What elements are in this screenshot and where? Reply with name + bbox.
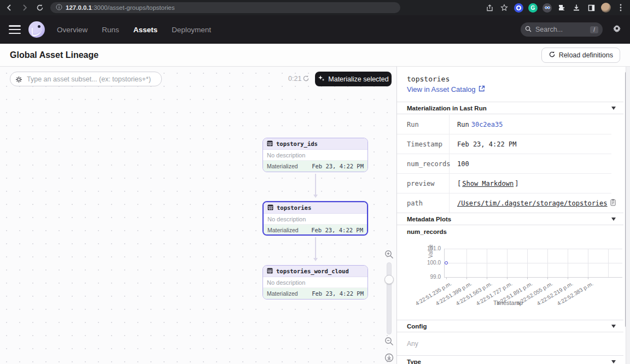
search-icon bbox=[525, 25, 532, 34]
table-icon bbox=[267, 140, 273, 148]
show-markdown-link[interactable]: Show Markdown bbox=[462, 180, 514, 187]
meta-row-preview: preview [Show Markdown] bbox=[397, 174, 611, 193]
search-placeholder: Search... bbox=[535, 26, 586, 33]
share-icon[interactable] bbox=[485, 3, 494, 13]
section-config[interactable]: Config bbox=[397, 320, 623, 332]
reload-icon bbox=[549, 51, 556, 60]
browser-menu-dots-icon[interactable] bbox=[616, 3, 626, 13]
sparkle-icon bbox=[318, 75, 325, 84]
meta-row-timestamp: Timestamp Feb 23, 4:22 PM bbox=[397, 134, 611, 154]
nav-item-overview[interactable]: Overview bbox=[57, 26, 88, 34]
selected-asset-name: topstories bbox=[407, 75, 450, 83]
bookmark-star-icon[interactable] bbox=[499, 3, 509, 13]
table-icon bbox=[267, 268, 273, 275]
zoom-slider-track[interactable] bbox=[387, 262, 392, 334]
y-tick: 101.0 bbox=[408, 245, 441, 251]
hamburger-menu-icon[interactable] bbox=[9, 25, 21, 34]
chevron-down-icon[interactable] bbox=[611, 360, 616, 364]
path-link[interactable]: /Users/tim/.dagster/storage/topstories bbox=[457, 199, 608, 207]
asset-node-topstory-ids[interactable]: topstory_ids No description Materialized… bbox=[262, 138, 368, 172]
asset-node-topstories[interactable]: topstories No description Materialized F… bbox=[262, 201, 368, 236]
node-description: No description bbox=[264, 214, 367, 225]
node-timestamp: Feb 23, 4:22 PM bbox=[311, 227, 363, 233]
node-description: No description bbox=[263, 277, 368, 288]
back-icon[interactable] bbox=[4, 3, 14, 13]
goggles-extension-icon[interactable] bbox=[542, 3, 552, 13]
run-id-link[interactable]: 30c2ea35 bbox=[471, 121, 503, 128]
x-tick-label: 4:22:52.383 p.m. bbox=[556, 280, 594, 307]
node-status: Materialized bbox=[267, 227, 299, 233]
section-type[interactable]: Type bbox=[397, 355, 623, 364]
browser-reload-icon[interactable] bbox=[35, 3, 45, 13]
zoom-in-icon[interactable] bbox=[384, 250, 394, 261]
node-timestamp: Feb 23, 4:22 PM bbox=[312, 163, 364, 169]
profile-avatar[interactable] bbox=[601, 3, 611, 13]
fit-view-icon[interactable] bbox=[384, 353, 394, 364]
nav-item-assets[interactable]: Assets bbox=[133, 26, 158, 34]
asset-graph-canvas[interactable]: 0:21 Materialize selected topstory_ids N… bbox=[0, 67, 397, 364]
nav-item-deployment[interactable]: Deployment bbox=[172, 26, 211, 34]
meta-row-num-records: num_records 100 bbox=[397, 154, 611, 174]
reload-definitions-button[interactable]: Reload definitions bbox=[541, 48, 620, 63]
section-materialization-last-run[interactable]: Materialization in Last Run bbox=[397, 102, 623, 114]
y-axis-title: Value bbox=[428, 244, 434, 258]
clipboard-copy-icon[interactable] bbox=[610, 199, 616, 208]
forward-icon[interactable] bbox=[20, 3, 30, 13]
meta-row-run: Run Run 30c2ea35 bbox=[397, 115, 611, 134]
gear-icon[interactable] bbox=[612, 24, 621, 35]
site-info-icon[interactable] bbox=[56, 3, 62, 13]
node-description: No description bbox=[263, 150, 368, 161]
config-value: Any bbox=[407, 340, 418, 348]
table-icon bbox=[267, 204, 273, 212]
y-tick: 100.0 bbox=[408, 260, 441, 266]
search-input[interactable]: Search... / bbox=[521, 22, 603, 37]
asset-node-topstories-word-cloud[interactable]: topstories_word_cloud No description Mat… bbox=[262, 265, 368, 300]
zoom-out-icon[interactable] bbox=[384, 337, 394, 348]
edge-topstories-to-word-cloud bbox=[315, 237, 316, 260]
asset-selector-icon bbox=[15, 75, 22, 85]
materialize-selected-button[interactable]: Materialize selected bbox=[315, 72, 392, 86]
data-point[interactable] bbox=[445, 261, 448, 265]
panel-edge bbox=[626, 67, 630, 364]
node-status: Materialized bbox=[267, 163, 298, 169]
asset-subset-input[interactable] bbox=[10, 72, 162, 86]
browser-chrome: 127.0.0.1 :3000/asset-groups/topstories … bbox=[0, 0, 630, 15]
external-link-icon bbox=[479, 85, 485, 93]
url-path: :3000/asset-groups/topstories bbox=[92, 4, 175, 11]
zoom-slider-handle[interactable] bbox=[384, 275, 394, 284]
grammarly-extension-icon[interactable]: G bbox=[528, 3, 538, 13]
view-in-asset-catalog-link[interactable]: View in Asset Catalog bbox=[407, 85, 485, 93]
page-header: Global Asset Lineage Reload definitions bbox=[0, 44, 630, 67]
node-status: Materialized bbox=[267, 290, 298, 297]
address-bar[interactable]: 127.0.0.1 :3000/asset-groups/topstories bbox=[50, 2, 400, 13]
side-panel-icon[interactable] bbox=[586, 3, 596, 13]
chevron-down-icon[interactable] bbox=[611, 218, 616, 223]
edge-topstory-ids-to-topstories bbox=[315, 174, 316, 197]
page-title: Global Asset Lineage bbox=[10, 50, 98, 60]
downloads-icon[interactable] bbox=[571, 3, 581, 13]
chevron-down-icon[interactable] bbox=[611, 107, 616, 112]
chevron-down-icon[interactable] bbox=[611, 325, 616, 330]
extensions-puzzle-icon[interactable] bbox=[557, 3, 567, 13]
refresh-icon[interactable] bbox=[302, 74, 310, 84]
section-metadata-plots[interactable]: Metadata Plots bbox=[397, 213, 623, 225]
app-nav: Overview Runs Assets Deployment Search..… bbox=[0, 15, 630, 44]
search-shortcut-badge: / bbox=[590, 26, 598, 33]
y-tick: 99.0 bbox=[408, 274, 441, 280]
meta-row-path: path /Users/tim/.dagster/storage/topstor… bbox=[397, 193, 611, 213]
auto-refresh-timer: 0:21 bbox=[288, 75, 301, 83]
node-timestamp: Feb 23, 4:22 PM bbox=[312, 290, 364, 297]
nav-item-runs[interactable]: Runs bbox=[102, 26, 119, 34]
url-host: 127.0.0.1 bbox=[66, 4, 92, 11]
asset-details-panel: topstories View in Asset Catalog Materia… bbox=[397, 67, 630, 364]
dagster-logo[interactable] bbox=[28, 21, 45, 38]
num-records-chart: 101.0 100.0 99.0 4:22:51.235 p.m. 4:22:5… bbox=[397, 225, 623, 324]
x-axis-title: Timestamp bbox=[493, 300, 523, 306]
password-manager-extension-icon[interactable] bbox=[514, 3, 523, 13]
